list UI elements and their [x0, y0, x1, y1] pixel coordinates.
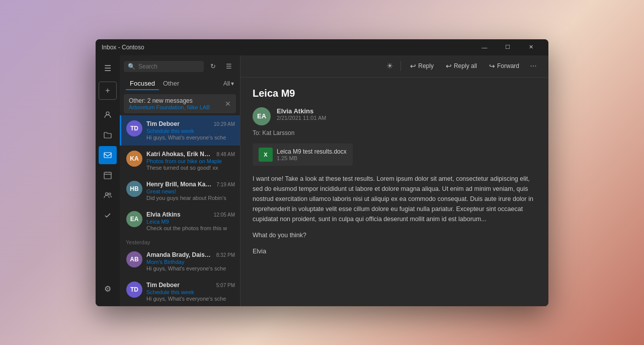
settings-icon[interactable]: ⚙ [99, 280, 117, 298]
email-item[interactable]: EA Elvia Atkins 12:05 AM Leica M9 Check … [120, 206, 240, 236]
sender-time: 2/21/2021 11:01 AM [277, 115, 536, 121]
avatar: HB [126, 181, 142, 197]
toolbar-separator [400, 61, 401, 71]
email-sender: Tim Deboer [146, 282, 180, 289]
people-icon[interactable] [99, 106, 117, 124]
email-sender: Katri Ahokas, Erik Nason [146, 151, 212, 158]
yesterday-section-label: Yesterday [120, 236, 240, 246]
focused-tab[interactable]: Focused [126, 78, 159, 90]
search-input[interactable] [138, 63, 200, 70]
email-subject: Great news! [146, 188, 235, 194]
svg-point-4 [109, 193, 111, 195]
email-body: I want one! Take a look at these test re… [253, 174, 536, 256]
search-actions: ↻ ☰ [206, 59, 236, 74]
reply-button[interactable]: ↩ Reply [405, 60, 439, 72]
email-time: 8:48 AM [216, 152, 235, 157]
email-sender: Amanda Brady, Daisy Phillips [146, 251, 212, 258]
forward-button[interactable]: ↪ Forward [484, 60, 524, 72]
email-preview: Check out the photos from this w [146, 225, 235, 231]
email-subject: Mom's Birthday [146, 259, 235, 265]
calendar-icon[interactable] [99, 166, 117, 184]
email-title: Leica M9 [253, 88, 536, 99]
tasks-icon[interactable] [99, 206, 117, 225]
compose-button[interactable]: + [99, 82, 117, 100]
search-icon: 🔍 [128, 63, 135, 70]
sender-avatar: EA [253, 107, 271, 125]
attachment-file-icon: X [259, 148, 273, 162]
sidebar-bottom: ⚙ [99, 280, 117, 302]
attachment-name: Leica M9 test results.docx [277, 148, 347, 155]
title-bar: Inbox - Contoso — ☐ ✕ [96, 39, 548, 55]
notification-banner: Other: 2 new messages Arboretum Foundati… [124, 94, 236, 113]
attachment-size: 1.25 MB [277, 155, 347, 161]
notification-sub-text[interactable]: Arboretum Foundation, Nike LAB [129, 104, 210, 110]
reply-icon: ↩ [410, 62, 416, 70]
email-list: TD Tim Deboer 10:29 AM Schedule this wee… [120, 115, 240, 306]
other-tab[interactable]: Other [159, 78, 184, 90]
recipient-row: To: Kat Larsson [253, 129, 536, 136]
email-time: 7:19 AM [216, 182, 235, 187]
maximize-button[interactable]: ☐ [496, 39, 519, 55]
email-subject: Photos from our hike on Maple [146, 158, 235, 164]
email-item[interactable]: TD Tim Deboer 10:29 AM Schedule this wee… [120, 115, 240, 146]
app-body: ☰ + [96, 55, 548, 306]
svg-point-3 [106, 192, 108, 195]
email-body-paragraph-1: I want one! Take a look at these test re… [253, 174, 536, 224]
attachment-card[interactable]: X Leica M9 test results.docx 1.25 MB [253, 144, 353, 166]
search-bar: 🔍 ↻ ☰ [120, 55, 240, 78]
email-sender: Henry Brill, Mona Kane, Cecil F... [146, 181, 212, 188]
email-sender: Elvia Atkins [146, 211, 181, 218]
mail-icon[interactable] [99, 146, 117, 164]
filter-button[interactable]: ☰ [222, 59, 236, 74]
email-item[interactable]: KA Katri Ahokas, Erik Nason 8:48 AM Phot… [120, 146, 240, 176]
email-signature: Elvia [253, 246, 536, 256]
folder-icon[interactable] [99, 126, 117, 144]
notification-close-button[interactable]: ✕ [225, 100, 231, 108]
email-preview: These turned out so good! xx [146, 165, 235, 171]
avatar: AB [126, 251, 142, 267]
avatar: TD [126, 282, 142, 298]
sidebar-top: ☰ + [99, 59, 117, 280]
email-time: 10:29 AM [214, 121, 235, 127]
brightness-button[interactable]: ☀ [382, 59, 396, 73]
email-body-paragraph-2: What do you think? [253, 230, 536, 240]
svg-point-0 [106, 112, 109, 115]
title-bar-controls: — ☐ ✕ [473, 39, 542, 55]
minimize-button[interactable]: — [473, 39, 496, 55]
reading-content: Leica M9 EA Elvia Atkins 2/21/2021 11:01… [240, 78, 548, 306]
avatar: TD [126, 120, 142, 136]
email-item[interactable]: TD Tim Deboer 5:07 PM Schedule this week… [120, 277, 240, 306]
email-subject: Schedule this week [146, 128, 235, 134]
email-time: 8:32 PM [216, 252, 235, 258]
all-dropdown[interactable]: All ▾ [223, 80, 234, 87]
more-actions-button[interactable]: ··· [526, 59, 540, 73]
search-input-wrap[interactable]: 🔍 [124, 61, 204, 72]
sender-row: EA Elvia Atkins 2/21/2021 11:01 AM [253, 107, 536, 125]
email-preview: Did you guys hear about Robin's [146, 195, 235, 201]
hamburger-menu-icon[interactable]: ☰ [99, 59, 117, 78]
reading-toolbar: ☀ ↩ Reply ↩ Reply all ↪ Forward ··· [240, 55, 548, 78]
app-window: Inbox - Contoso — ☐ ✕ ☰ + [96, 39, 548, 306]
window-title: Inbox - Contoso [102, 44, 473, 51]
svg-rect-1 [104, 153, 111, 158]
avatar: KA [126, 151, 142, 167]
email-item[interactable]: AB Amanda Brady, Daisy Phillips 8:32 PM … [120, 246, 240, 277]
email-preview: Hi guys, What's everyone's sche [146, 296, 235, 302]
forward-icon: ↪ [489, 62, 495, 70]
email-subject: Schedule this week [146, 289, 235, 295]
email-preview: Hi guys, What's everyone's sche [146, 265, 235, 271]
email-preview: Hi guys, What's everyone's sche [146, 134, 235, 141]
reading-pane: ☀ ↩ Reply ↩ Reply all ↪ Forward ··· Lei [240, 55, 548, 306]
contacts-icon[interactable] [99, 186, 117, 204]
email-time: 12:05 AM [214, 212, 235, 218]
email-subject: Leica M9 [146, 219, 235, 225]
refresh-button[interactable]: ↻ [206, 59, 220, 74]
email-item[interactable]: HB Henry Brill, Mona Kane, Cecil F... 7:… [120, 176, 240, 206]
email-time: 5:07 PM [216, 283, 235, 288]
reply-all-button[interactable]: ↩ Reply all [441, 60, 482, 72]
close-button[interactable]: ✕ [519, 39, 542, 55]
email-list-pane: 🔍 ↻ ☰ Focused Other All ▾ [120, 55, 240, 306]
reply-all-icon: ↩ [446, 62, 452, 70]
sender-name: Elvia Atkins [277, 107, 536, 115]
icon-sidebar: ☰ + [96, 55, 120, 306]
